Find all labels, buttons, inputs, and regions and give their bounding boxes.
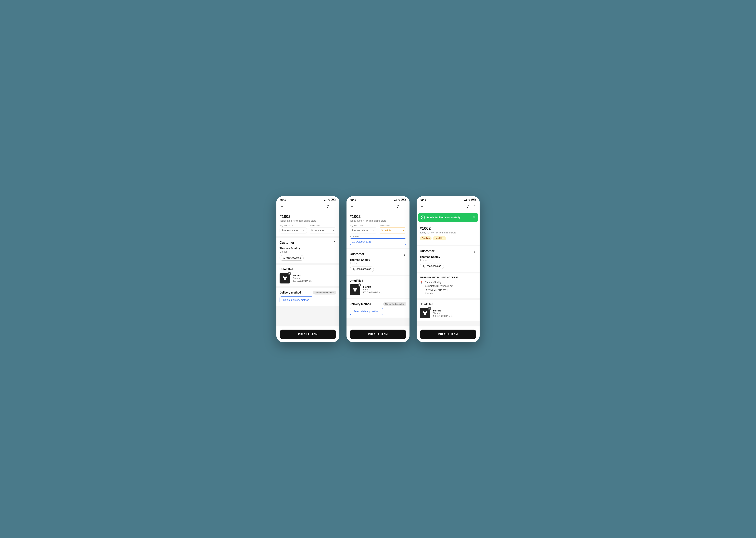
signal-icon-1: [324, 198, 327, 201]
customer-name-2: Thomas Shelby: [350, 258, 406, 261]
status-icons-2: ⊛: [394, 198, 406, 201]
share-icon-2[interactable]: ⤴: [397, 204, 399, 209]
order-date-3: Today at 8:57 PM from online store: [420, 231, 476, 234]
phone-call-btn-3[interactable]: 📞 0666 0000 66: [420, 264, 444, 269]
badge-pending: Pending: [420, 237, 432, 240]
unfulfilled-title-2: Unfulfilled: [350, 279, 406, 282]
fulfill-btn-1[interactable]: FULFILL ITEM: [280, 330, 336, 339]
success-text: Item is fulfilled successfully: [426, 216, 460, 219]
success-banner: ✓ Item is fulfilled successfully ✕: [418, 213, 478, 222]
schedule-input-2[interactable]: 10 October 2023: [350, 239, 406, 245]
shipping-address: Thomas Shelby 64 Saint Clair Avenue East…: [425, 281, 453, 296]
wifi-icon-1: ⊛: [328, 198, 330, 201]
order-status-label-2: Order status: [379, 225, 406, 227]
nav-bar-2: ← ⤴ ⋮: [347, 202, 409, 212]
back-icon-2[interactable]: ←: [350, 204, 354, 209]
phone-1: 9:41 ⊛ ← ⤴: [276, 196, 339, 342]
item-row-1: 1 T-Shirt Black M 450 DA (290 DA x 1): [280, 273, 336, 284]
no-method-badge-1: No method selected: [313, 291, 336, 295]
phone-3: 9:41 ⊛ ← ⤴ ⋮: [417, 196, 480, 342]
phone-call-btn-2[interactable]: 📞 0666 0000 66: [350, 267, 374, 272]
battery-icon-1: [331, 198, 336, 201]
payment-dropdown-2[interactable]: Payment status ∧: [350, 228, 377, 234]
customer-title-2: Customer: [350, 252, 364, 256]
fulfill-btn-2[interactable]: FULFILL ITEM: [350, 330, 406, 339]
nav-bar-3: ← ⤴ ⋮: [417, 202, 480, 212]
schedule-label-2: Schedule to: [350, 236, 406, 238]
select-delivery-btn-2[interactable]: Select delivery method: [350, 308, 383, 315]
order-status-dropdown-2[interactable]: Scheduled ∨: [379, 228, 406, 234]
payment-dropdown-1[interactable]: Payment status ∧: [280, 228, 307, 234]
shipping-title: SHIPPING AND BILLING ADDRESS: [420, 276, 476, 279]
item-info-1: T-Shirt Black M 450 DA (290 DA x 1): [293, 274, 336, 282]
success-close-btn[interactable]: ✕: [473, 216, 475, 219]
fulfill-btn-3[interactable]: FULFILL ITEM: [420, 330, 476, 339]
customer-more-1[interactable]: ⋮: [333, 241, 336, 245]
customer-more-3[interactable]: ⋮: [473, 249, 476, 253]
item-image-wrap-1: 1: [280, 273, 290, 284]
customer-title-1: Customer: [280, 241, 294, 244]
signal-icon-3: [464, 198, 468, 201]
battery-icon-3: [471, 198, 476, 201]
order-number-3: #1002: [420, 226, 476, 231]
more-icon-1[interactable]: ⋮: [332, 204, 336, 209]
item-badge-3: 1: [428, 307, 431, 310]
customer-name-3: Thomas Shelby: [420, 255, 476, 258]
item-info-2: T-Shirt Black M 450 DA (290 DA x 1): [363, 286, 406, 294]
phone-call-icon-1: 📞: [283, 256, 285, 259]
badge-unfulfilled: Unfulfilled: [433, 237, 446, 240]
signal-icon-2: [394, 198, 398, 201]
phone-2: 9:41 ⊛ ← ⤴ ⋮: [347, 196, 409, 342]
customer-orders-1: 1 order: [280, 250, 336, 253]
order-date-1: Today at 8:57 PM from online store: [280, 219, 336, 222]
item-info-3: T-Shirt Black M 450 DA (290 DA x 1): [433, 309, 476, 317]
wifi-icon-2: ⊛: [398, 198, 400, 201]
payment-label-1: Payment status: [280, 225, 307, 227]
customer-orders-2: 1 order: [350, 262, 406, 265]
customer-name-1: Thomas Shelby: [280, 247, 336, 250]
success-check-icon: ✓: [421, 216, 425, 219]
status-time-1: 9:41: [280, 198, 286, 201]
item-image-wrap-2: 1: [350, 284, 360, 295]
select-delivery-btn-1[interactable]: Select delivery method: [280, 296, 313, 303]
item-badge-2: 1: [358, 284, 361, 287]
phone-call-btn-1[interactable]: 📞 0666 0000 66: [280, 255, 304, 261]
phone-call-icon-3: 📞: [423, 265, 425, 268]
share-icon-1[interactable]: ⤴: [327, 204, 329, 209]
item-row-3: 1 T-Shirt Black M 450 DA (290 DA x 1): [420, 308, 476, 318]
share-icon-3[interactable]: ⤴: [467, 204, 469, 209]
no-method-badge-2: No method selected: [383, 302, 406, 306]
item-badge-1: 1: [288, 272, 291, 275]
status-icons-3: ⊛: [464, 198, 476, 201]
payment-label-2: Payment status: [350, 225, 377, 227]
item-image-wrap-3: 1: [420, 308, 430, 318]
status-bar-1: 9:41 ⊛: [276, 196, 339, 202]
delivery-title-1: Delivery method: [280, 291, 301, 294]
status-time-3: 9:41: [420, 198, 426, 201]
phones-container: 9:41 ⊛ ← ⤴: [276, 196, 480, 342]
back-icon-1[interactable]: ←: [280, 204, 284, 209]
order-number-2: #1002: [350, 214, 406, 219]
success-banner-left: ✓ Item is fulfilled successfully: [421, 216, 460, 219]
back-icon-3[interactable]: ←: [420, 204, 424, 209]
status-icons-1: ⊛: [324, 198, 336, 201]
wifi-icon-3: ⊛: [468, 198, 470, 201]
item-row-2: 1 T-Shirt Black M 450 DA (290 DA x 1): [350, 284, 406, 295]
customer-orders-3: 1 order: [420, 259, 476, 262]
more-icon-2[interactable]: ⋮: [402, 204, 406, 209]
customer-more-2[interactable]: ⋮: [403, 252, 406, 256]
status-bar-3: 9:41 ⊛: [417, 196, 480, 202]
map-pin-icon: 📍: [420, 281, 423, 284]
order-date-2: Today at 8:57 PM from online store: [350, 219, 406, 222]
order-status-label-1: Order status: [309, 225, 336, 227]
customer-title-3: Customer: [420, 249, 435, 253]
order-number-1: #1002: [280, 214, 336, 219]
status-time-2: 9:41: [351, 198, 356, 201]
order-status-dropdown-1[interactable]: Order status ∧: [309, 228, 336, 234]
delivery-title-2: Delivery method: [350, 302, 371, 305]
unfulfilled-title-3: Unfulfilled: [420, 302, 476, 306]
phone-call-icon-2: 📞: [353, 268, 355, 270]
more-icon-3[interactable]: ⋮: [473, 204, 476, 209]
shipping-section: SHIPPING AND BILLING ADDRESS 📍 Thomas Sh…: [417, 273, 480, 298]
status-bar-2: 9:41 ⊛: [347, 196, 409, 202]
